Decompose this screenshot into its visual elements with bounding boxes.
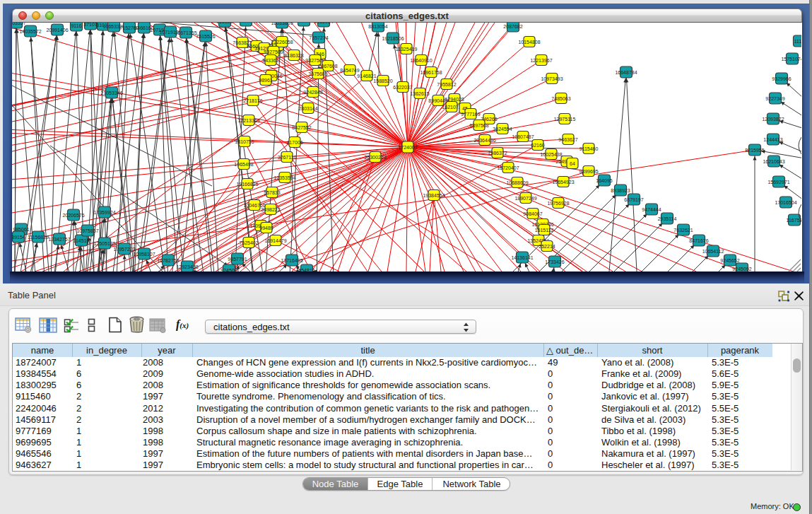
svg-text:9242848: 9242848 — [303, 90, 322, 95]
svg-text:37107: 37107 — [83, 23, 98, 27]
svg-text:25300273: 25300273 — [364, 155, 386, 160]
svg-text:116753: 116753 — [787, 218, 801, 223]
svg-text:881305: 881305 — [295, 23, 312, 23]
svg-text:8471676: 8471676 — [689, 238, 708, 243]
svg-text:15692971: 15692971 — [767, 180, 789, 185]
svg-text:15720407: 15720407 — [497, 165, 519, 170]
svg-text:10154808: 10154808 — [518, 40, 540, 45]
svg-text:19756928: 19756928 — [547, 201, 569, 206]
svg-text:12342757: 12342757 — [48, 237, 70, 242]
svg-text:12353594: 12353594 — [273, 175, 295, 180]
svg-text:10807487: 10807487 — [512, 134, 534, 139]
svg-text:7357274: 7357274 — [309, 35, 328, 40]
svg-text:18907249: 18907249 — [514, 196, 536, 201]
svg-text:10973493: 10973493 — [541, 76, 563, 81]
svg-text:15751074: 15751074 — [781, 57, 801, 62]
svg-text:16961758: 16961758 — [420, 70, 442, 75]
svg-text:16671355: 16671355 — [175, 30, 196, 35]
svg-text:8215955: 8215955 — [745, 148, 764, 153]
svg-text:9227349: 9227349 — [765, 96, 784, 101]
svg-text:9327509: 9327509 — [264, 49, 283, 54]
svg-text:9115460: 9115460 — [579, 146, 599, 151]
svg-text:9245092: 9245092 — [732, 267, 751, 271]
svg-text:9777169: 9777169 — [461, 112, 480, 117]
svg-text:20991406: 20991406 — [46, 28, 68, 33]
svg-text:3675685: 3675685 — [308, 71, 327, 76]
svg-text:7485063: 7485063 — [551, 96, 570, 101]
svg-text:10654112: 10654112 — [702, 249, 724, 254]
svg-text:2867608: 2867608 — [318, 64, 337, 69]
svg-text:39154: 39154 — [12, 235, 25, 240]
svg-text:21053346: 21053346 — [100, 90, 122, 95]
svg-text:9245652: 9245652 — [720, 258, 739, 263]
svg-text:16210643: 16210643 — [763, 159, 784, 164]
svg-text:9857791: 9857791 — [228, 257, 247, 262]
svg-text:8454749: 8454749 — [340, 68, 359, 73]
svg-text:7986372: 7986372 — [488, 151, 507, 156]
svg-text:252214: 252214 — [539, 244, 555, 249]
svg-text:8938923: 8938923 — [611, 188, 630, 193]
svg-text:1621072: 1621072 — [442, 105, 461, 110]
svg-text:14136141: 14136141 — [511, 255, 533, 260]
svg-text:12213369: 12213369 — [237, 118, 259, 123]
svg-text:16033809: 16033809 — [271, 23, 293, 25]
svg-text:7632621: 7632621 — [673, 228, 693, 233]
svg-text:99489: 99489 — [259, 226, 273, 230]
svg-text:9146821: 9146821 — [357, 74, 376, 78]
svg-text:11156829: 11156829 — [28, 235, 49, 240]
svg-text:1244413: 1244413 — [763, 137, 782, 142]
svg-text:114519: 114519 — [73, 238, 90, 243]
svg-text:1724007: 1724007 — [398, 145, 417, 150]
svg-text:10958107: 10958107 — [133, 252, 155, 257]
svg-text:10688609: 10688609 — [506, 180, 528, 185]
svg-text:8427552: 8427552 — [292, 125, 311, 130]
svg-text:963822: 963822 — [216, 23, 233, 24]
svg-text:2935114: 2935114 — [658, 216, 677, 221]
svg-text:860124: 860124 — [237, 23, 254, 23]
svg-text:18640910: 18640910 — [410, 58, 432, 63]
svg-text:9084067: 9084067 — [523, 211, 542, 216]
svg-text:12505135: 12505135 — [93, 241, 115, 246]
svg-text:16782759: 16782759 — [157, 258, 179, 263]
svg-text:6897568: 6897568 — [469, 123, 488, 128]
svg-text:9116: 9116 — [71, 23, 81, 28]
svg-text:12093872: 12093872 — [762, 117, 784, 122]
svg-text:9474444: 9474444 — [642, 207, 661, 212]
svg-text:6794028: 6794028 — [445, 97, 464, 102]
svg-text:8186328: 8186328 — [284, 53, 303, 58]
svg-text:2718176: 2718176 — [243, 98, 262, 103]
svg-text:19384554: 19384554 — [423, 193, 445, 198]
svg-text:1965498: 1965498 — [234, 162, 253, 167]
svg-text:164095: 164095 — [596, 178, 612, 183]
svg-text:10975857: 10975857 — [76, 228, 98, 233]
svg-text:17957223: 17957223 — [113, 247, 135, 252]
svg-text:7955812: 7955812 — [437, 82, 456, 87]
svg-text:6322037: 6322037 — [393, 85, 412, 90]
svg-text:543362: 543362 — [262, 58, 278, 63]
svg-text:6879197: 6879197 — [624, 197, 643, 202]
svg-text:1615112: 1615112 — [535, 228, 554, 233]
svg-text:1362615: 1362615 — [410, 91, 429, 96]
svg-text:12213967: 12213967 — [530, 58, 552, 63]
svg-text:17359924: 17359924 — [93, 210, 115, 215]
svg-text:16648784: 16648784 — [615, 70, 637, 75]
svg-text:9899695: 9899695 — [579, 169, 598, 174]
svg-text:1588520: 1588520 — [373, 78, 392, 83]
svg-text:19654923: 19654923 — [552, 180, 574, 185]
svg-text:12923468: 12923468 — [176, 264, 198, 269]
svg-text:1112: 1112 — [794, 39, 801, 44]
svg-text:7515526: 7515526 — [196, 34, 215, 39]
svg-text:3498222: 3498222 — [261, 207, 280, 212]
svg-text:62160: 62160 — [531, 143, 545, 148]
svg-text:2087682: 2087682 — [503, 24, 522, 29]
svg-text:64: 64 — [570, 161, 575, 166]
svg-text:14035572: 14035572 — [19, 29, 41, 34]
svg-text:16914479: 16914479 — [264, 238, 286, 243]
svg-text:13716485: 13716485 — [281, 258, 302, 263]
svg-text:10025438: 10025438 — [540, 152, 562, 157]
svg-text:557833: 557833 — [264, 190, 280, 195]
svg-text:3624554: 3624554 — [493, 127, 512, 132]
svg-text:9463627: 9463627 — [558, 137, 577, 142]
svg-text:9329966: 9329966 — [772, 76, 791, 81]
svg-text:1733426: 1733426 — [545, 259, 564, 264]
